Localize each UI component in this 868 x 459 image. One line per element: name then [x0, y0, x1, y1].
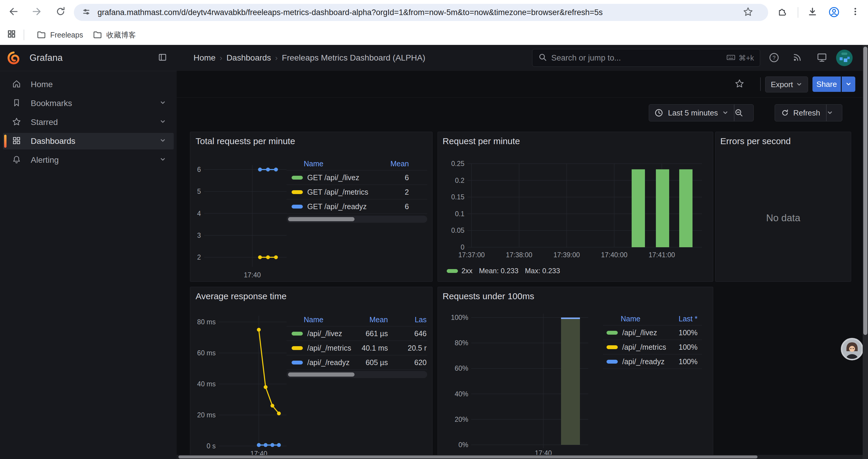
- export-button[interactable]: Export: [765, 76, 808, 93]
- refresh-icon: [781, 109, 789, 117]
- apps-grid-icon[interactable]: [7, 30, 18, 40]
- legend-row[interactable]: /api/_/readyz 605 µs 620: [286, 355, 427, 370]
- profile-icon[interactable]: [829, 6, 840, 18]
- table-scrollbar[interactable]: [286, 216, 427, 223]
- col-mean[interactable]: Mean: [369, 316, 388, 324]
- legend-row[interactable]: GET /api/_/metrics 2: [286, 185, 427, 199]
- col-name[interactable]: Name: [304, 160, 323, 168]
- time-range-picker[interactable]: Last 5 minutes: [649, 104, 734, 121]
- extensions-icon[interactable]: [776, 6, 788, 18]
- legend-row[interactable]: /api/_/livez 661 µs 646: [286, 326, 427, 341]
- col-last[interactable]: Last *: [679, 315, 698, 323]
- svg-text:20%: 20%: [455, 416, 468, 423]
- back-icon[interactable]: [8, 6, 20, 18]
- legend-mean: Mean: 0.233: [479, 267, 518, 275]
- legend-series-name[interactable]: 2xx: [462, 267, 472, 275]
- col-last[interactable]: Las: [415, 316, 427, 324]
- chevron-down-icon[interactable]: [159, 119, 166, 126]
- bookmark-star-icon[interactable]: [743, 6, 753, 18]
- monitor-icon[interactable]: [816, 52, 828, 64]
- breadcrumb: Home › Dashboards › Freeleaps Metrics Da…: [193, 45, 426, 71]
- breadcrumb-separator: ›: [271, 54, 282, 63]
- url-bar[interactable]: grafana.mathmast.com/d/deytv4rwavabkb/fr…: [74, 4, 768, 21]
- vertical-scrollbar-thumb[interactable]: [863, 47, 867, 335]
- legend-header: Name Mean: [286, 157, 427, 170]
- chevron-down-icon[interactable]: [159, 137, 166, 145]
- chart-legend[interactable]: 2xx Mean: 0.233 Max: 0.233: [447, 266, 560, 276]
- series-name[interactable]: /api/_/metrics: [307, 344, 351, 352]
- series-last: 100%: [679, 357, 698, 366]
- share-menu-button[interactable]: [842, 76, 855, 92]
- legend-row[interactable]: /api/_/metrics 40.1 ms 20.5 r: [286, 341, 427, 355]
- browser-menu-icon[interactable]: [850, 6, 861, 18]
- floating-assistant-avatar[interactable]: [841, 338, 863, 360]
- series-name[interactable]: /api/_/livez: [307, 329, 342, 338]
- series-name[interactable]: GET /api/_/metrics: [307, 188, 368, 196]
- horizontal-scrollbar[interactable]: [177, 455, 863, 459]
- zoom-out-button[interactable]: [735, 104, 753, 121]
- col-name[interactable]: Name: [621, 315, 641, 323]
- breadcrumb-dashboards[interactable]: Dashboards: [226, 53, 271, 63]
- sidebar-item-dashboards[interactable]: Dashboards: [3, 133, 174, 150]
- legend-row[interactable]: GET /api/_/readyz 6: [286, 199, 427, 214]
- panel-title[interactable]: Errors per second: [720, 136, 790, 146]
- sidebar-toggle-icon[interactable]: [158, 53, 169, 64]
- svg-text:0: 0: [461, 243, 464, 251]
- col-name[interactable]: Name: [304, 316, 323, 324]
- chevron-down-icon[interactable]: [159, 156, 166, 164]
- share-button[interactable]: Share: [812, 76, 841, 92]
- series-pill: [607, 345, 618, 349]
- legend-row[interactable]: /api/_/livez 100%: [603, 326, 702, 340]
- series-name[interactable]: /api/_/readyz: [307, 358, 349, 367]
- series-name[interactable]: /api/_/readyz: [622, 357, 664, 366]
- horizontal-scrollbar-thumb[interactable]: [179, 455, 757, 458]
- series-name[interactable]: /api/_/livez: [622, 328, 657, 337]
- series-mean: 2: [405, 188, 409, 196]
- help-icon[interactable]: ?: [769, 52, 780, 64]
- svg-text:0.05: 0.05: [451, 227, 464, 234]
- reload-icon[interactable]: [56, 6, 67, 18]
- share-label: Share: [816, 80, 837, 89]
- svg-text:0.25: 0.25: [451, 160, 464, 167]
- site-settings-icon[interactable]: [82, 7, 91, 18]
- breadcrumb-home[interactable]: Home: [193, 53, 216, 63]
- table-scrollbar[interactable]: [286, 371, 427, 378]
- refresh-interval-button[interactable]: [827, 104, 842, 121]
- series-name[interactable]: GET /api/_/livez: [307, 173, 359, 182]
- vertical-scrollbar[interactable]: [863, 45, 868, 459]
- grafana-logo[interactable]: [7, 52, 20, 64]
- chevron-down-icon[interactable]: [159, 100, 166, 107]
- news-rss-icon[interactable]: [793, 52, 804, 64]
- time-range-label: Last 5 minutes: [668, 108, 718, 118]
- toolbar-divider: [760, 77, 761, 91]
- user-avatar[interactable]: [836, 50, 852, 66]
- favorite-star-icon[interactable]: [735, 78, 746, 90]
- legend-table: Name Last * /api/_/livez 100% /api/_/met…: [603, 312, 702, 369]
- downloads-icon[interactable]: [807, 6, 819, 18]
- grafana-app: Grafana HomeBookmarksStarredDashboardsAl…: [0, 45, 868, 459]
- url-text[interactable]: grafana.mathmast.com/d/deytv4rwavabkb/fr…: [97, 8, 742, 17]
- breadcrumb-separator: ›: [216, 54, 226, 63]
- sidebar-item-bookmarks[interactable]: Bookmarks: [3, 95, 174, 112]
- legend-row[interactable]: /api/_/readyz 100%: [603, 355, 702, 369]
- legend-header: Name Last *: [603, 312, 702, 326]
- legend-row[interactable]: /api/_/metrics 100%: [603, 340, 702, 355]
- bookmark-folder-blogs[interactable]: 收藏博客: [89, 27, 140, 42]
- bookmark-folder-freeleaps[interactable]: Freeleaps: [33, 27, 87, 42]
- col-mean[interactable]: Mean: [390, 160, 409, 168]
- dashboard-content: Export Share Last 5 minutes: [177, 71, 863, 459]
- series-name[interactable]: GET /api/_/readyz: [307, 202, 367, 211]
- forward-icon[interactable]: [32, 6, 44, 18]
- top-nav: Home › Dashboards › Freeleaps Metrics Da…: [177, 45, 863, 71]
- series-mean: 661 µs: [366, 329, 388, 338]
- series-name[interactable]: /api/_/metrics: [622, 343, 666, 352]
- series-last: 100%: [679, 343, 698, 352]
- refresh-button[interactable]: Refresh: [775, 104, 826, 121]
- legend-row[interactable]: GET /api/_/livez 6: [286, 170, 427, 185]
- svg-text:40 ms: 40 ms: [197, 380, 216, 388]
- search-input[interactable]: Search or jump to... ⌘+k: [532, 49, 760, 67]
- sidebar-item-home[interactable]: Home: [3, 76, 174, 93]
- series-pill: [291, 190, 303, 194]
- sidebar-item-starred[interactable]: Starred: [3, 114, 174, 131]
- sidebar-item-alerting[interactable]: Alerting: [3, 152, 174, 168]
